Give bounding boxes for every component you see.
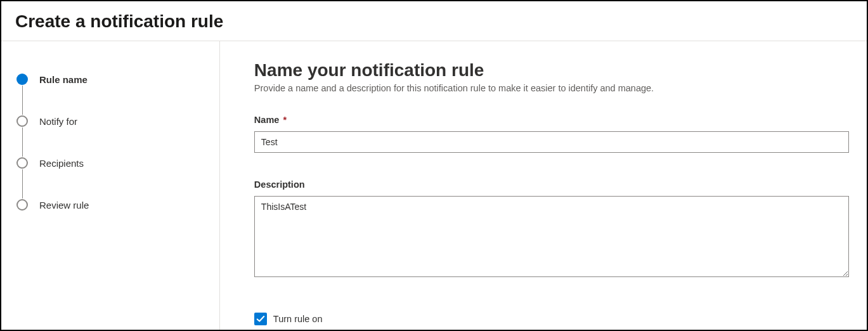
description-label: Description (254, 179, 849, 190)
section-subtitle: Provide a name and a description for thi… (254, 83, 849, 93)
step-connector (22, 86, 23, 115)
step-dot-filled-icon (16, 74, 28, 85)
description-field-block: Description ThisIsATest (254, 179, 849, 280)
required-mark: * (283, 115, 287, 125)
step-list: Rule name Notify for Recipients Review r… (16, 73, 204, 211)
turn-rule-on-checkbox[interactable]: Turn rule on (254, 313, 849, 325)
name-input[interactable] (254, 131, 849, 153)
step-connector (22, 127, 23, 157)
step-recipients[interactable]: Recipients (16, 157, 204, 169)
step-dot-open-icon (16, 199, 28, 211)
description-input[interactable]: ThisIsATest (254, 196, 849, 277)
content: Name your notification rule Provide a na… (220, 41, 867, 330)
stepper: Rule name Notify for Recipients Review r… (1, 41, 220, 330)
step-notify-for[interactable]: Notify for (16, 115, 204, 127)
step-label: Notify for (39, 116, 77, 127)
page-title: Create a notification rule (15, 11, 853, 32)
step-label: Recipients (39, 158, 84, 169)
step-rule-name[interactable]: Rule name (16, 73, 204, 86)
checkbox-label: Turn rule on (273, 314, 323, 324)
step-review-rule[interactable]: Review rule (16, 198, 204, 211)
step-label: Review rule (39, 200, 89, 211)
step-label: Rule name (39, 74, 87, 85)
step-dot-open-icon (16, 157, 28, 169)
name-field-block: Name * (254, 115, 849, 153)
step-connector (22, 169, 23, 198)
step-dot-open-icon (16, 115, 28, 127)
body: Rule name Notify for Recipients Review r… (1, 41, 867, 330)
name-label-text: Name (254, 115, 280, 125)
checkbox-checked-icon (254, 313, 267, 325)
wizard-page: Create a notification rule Rule name Not… (0, 0, 868, 331)
section-heading: Name your notification rule (254, 60, 849, 81)
titlebar: Create a notification rule (1, 1, 867, 41)
name-label: Name * (254, 115, 849, 125)
